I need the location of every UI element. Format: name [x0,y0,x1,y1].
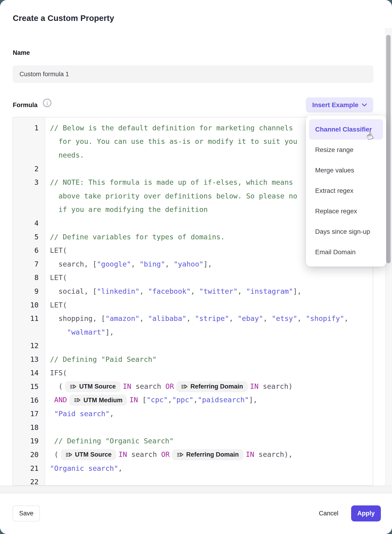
line-number: 19 [13,437,45,445]
code-line: (UTM SourceIN search ORReferring DomainI… [45,381,293,392]
code-line: (UTM SourceIN search ORReferring DomainI… [45,449,293,460]
code-line: "Organic search", [45,464,122,473]
menu-item[interactable]: Merge values [309,160,383,180]
scrollbar-thumb[interactable] [386,35,391,263]
line-number: 18 [13,423,45,431]
line-number: 20 [13,451,45,459]
line-number: 4 [13,219,45,227]
line-number: 5 [13,233,45,241]
code-row: 8LET( [13,271,373,285]
property-chip-label: UTM Source [75,452,112,458]
menu-item[interactable]: Extract regex [309,180,383,201]
code-row: 19 // Defining "Organic Search" [13,434,373,448]
list-arrow-icon [181,383,188,390]
create-custom-property-modal: Create a Custom Property Name Formula i … [0,0,392,534]
line-number: 7 [13,260,45,268]
property-chip[interactable]: Referring Domain [176,381,248,392]
save-button[interactable]: Save [13,506,40,521]
name-input[interactable] [13,66,373,83]
menu-item[interactable]: Replace regex [309,201,383,222]
apply-button[interactable]: Apply [351,506,381,521]
line-number: 13 [13,355,45,364]
line-number: 1 [13,124,45,132]
cancel-button[interactable]: Cancel [316,506,341,521]
menu-item[interactable]: Email Domain [309,242,383,262]
property-chip-label: UTM Source [79,383,116,390]
menu-item[interactable]: Days since sign-up [309,222,383,242]
code-line: ANDUTM MediumIN ["cpc","ppc","paidsearch… [45,395,257,406]
code-line: // Defining "Organic Search" [45,437,174,445]
property-chip[interactable]: Referring Domain [172,449,244,460]
code-row: 11 shopping, ["amazon", "alibaba", "stri… [13,312,373,325]
code-line: // Below is the default definition for m… [45,124,293,132]
code-row: 13// Defining "Paid Search" [13,353,373,366]
property-chip[interactable]: UTM Source [61,449,116,460]
code-line: needs. [45,151,84,159]
code-row: 22 [13,475,373,486]
code-line: // NOTE: This formula is made up of if-e… [45,178,293,186]
line-number: 10 [13,301,45,309]
list-arrow-icon [74,397,81,404]
code-line: // Define variables for types of domains… [45,233,225,241]
code-row: 18 [13,421,373,434]
code-row: 17 "Paid search", [13,407,373,421]
code-line: shopping, ["amazon", "alibaba", "stripe"… [45,314,348,322]
line-number: 9 [13,287,45,295]
property-chip[interactable]: UTM Medium [69,395,127,406]
line-number: 14 [13,369,45,377]
code-line: social, ["linkedin", "facebook", "twitte… [45,287,301,295]
code-line: LET( [45,274,67,282]
code-line: IFS( [45,369,67,377]
list-arrow-icon [177,451,184,458]
line-number: 15 [13,383,45,391]
chevron-down-icon [362,104,367,107]
code-line: search, ["google", "bing", "yahoo"], [45,260,212,268]
code-line: above take priority over definitions bel… [45,192,297,200]
code-line: "Paid search", [45,410,114,418]
code-row: 9 social, ["linkedin", "facebook", "twit… [13,284,373,298]
code-row: 15 (UTM SourceIN search ORReferring Doma… [13,380,373,393]
list-arrow-icon [65,451,72,458]
code-row: 12 [13,339,373,353]
page-title: Create a Custom Property [13,14,114,23]
code-row: 21"Organic search", [13,462,373,475]
code-line: LET( [45,301,67,309]
line-number: 3 [13,178,45,186]
code-line: // Defining "Paid Search" [45,355,157,364]
property-chip-label: UTM Medium [83,397,122,403]
code-line: "walmart"], [45,328,114,336]
code-row: 20 (UTM SourceIN search ORReferring Doma… [13,448,373,462]
code-row: 10LET( [13,298,373,312]
line-number: 6 [13,246,45,255]
code-row: 16 ANDUTM MediumIN ["cpc","ppc","paidsea… [13,393,373,407]
line-number: 17 [13,410,45,418]
property-chip[interactable]: UTM Source [65,381,121,392]
code-line: for you. You can use this as-is or modif… [45,137,297,146]
code-line: LET( [45,246,67,255]
line-number: 22 [13,478,45,486]
code-row: 14IFS( [13,366,373,380]
info-icon[interactable]: i [43,99,51,107]
insert-example-button[interactable]: Insert Example [306,97,373,113]
code-line: if you are modifying the definition [45,205,208,213]
line-number: 2 [13,165,45,173]
list-arrow-icon [70,383,77,390]
line-number: 21 [13,464,45,473]
line-number: 12 [13,342,45,350]
menu-item[interactable]: Resize range [309,140,383,160]
line-number: 11 [13,314,45,322]
code-row: "walmart"], [13,325,373,339]
insert-example-label: Insert Example [312,101,358,109]
formula-label: Formula [13,102,38,109]
line-number: 16 [13,396,45,404]
footer-divider [0,486,392,493]
property-chip-label: Referring Domain [186,452,239,458]
line-number: 8 [13,274,45,282]
name-label: Name [13,49,30,57]
property-chip-label: Referring Domain [191,383,243,390]
